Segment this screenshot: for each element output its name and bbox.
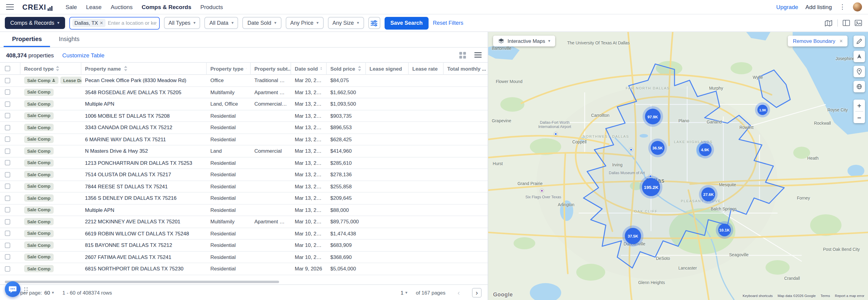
crexi-logo[interactable]: CREXI <box>22 3 52 11</box>
table-row[interactable]: Sale Comp6 MARINE WAY DALLAS TX 75211Res… <box>0 134 488 145</box>
map-cluster-37-5k[interactable]: 37.5K <box>625 228 641 244</box>
add-listing-link[interactable]: Add listing <box>805 4 832 10</box>
next-page-button[interactable]: › <box>472 288 482 297</box>
gallery-view-icon[interactable] <box>855 20 862 26</box>
filter-date-sold[interactable]: Date Sold▾ <box>243 17 281 29</box>
table-row[interactable]: Sale Comp1213 PONCHARTRAIN DR DALLAS TX … <box>0 157 488 169</box>
row-checkbox[interactable] <box>5 266 10 272</box>
table-row[interactable]: Sale CompN Masters Drive & Hwy 352LandCo… <box>0 145 488 157</box>
map-cluster-1-9k[interactable]: 1.9K <box>758 105 768 115</box>
location-chip[interactable]: Dallas, TX × <box>72 19 105 27</box>
map[interactable]: Far North DallasNorthwest DallasLake Hig… <box>488 32 868 300</box>
row-checkbox[interactable] <box>5 113 10 118</box>
column-header-lease-rate[interactable]: Lease rate <box>409 63 444 74</box>
row-checkbox[interactable] <box>5 219 10 224</box>
table-row[interactable]: Sale Comp2607 FATIMA AVE DALLAS TX 75241… <box>0 251 488 263</box>
list-view-icon[interactable] <box>474 52 482 58</box>
page-select[interactable]: 1▾ <box>401 290 407 296</box>
table-row[interactable]: Sale Comp3548 ROSEDALE AVE DALLAS TX 752… <box>0 87 488 99</box>
map-view-icon[interactable] <box>825 20 832 26</box>
user-avatar[interactable] <box>853 2 862 11</box>
search-input[interactable] <box>108 20 156 26</box>
map-marker[interactable] <box>554 132 557 135</box>
filter-all-types[interactable]: All Types▾ <box>164 17 200 29</box>
menu-icon[interactable] <box>6 4 14 10</box>
reset-filters-link[interactable]: Reset Filters <box>433 20 463 26</box>
chat-button[interactable] <box>5 281 21 297</box>
table-row[interactable]: Sale Comp815 BAYONNE ST DALLAS TX 75212R… <box>0 240 488 251</box>
nav-item-auctions[interactable]: Auctions <box>111 4 133 10</box>
row-checkbox[interactable] <box>5 90 10 95</box>
table-row[interactable]: Sale CompLease DataPecan Creek Office Pa… <box>0 75 488 87</box>
save-search-button[interactable]: Save Search <box>384 17 429 29</box>
column-header-property-name[interactable]: Property name <box>82 63 207 74</box>
drop-pin-button[interactable] <box>854 66 865 77</box>
table-row[interactable]: Sale Comp7844 REESE ST DALLAS TX 75241Re… <box>0 181 488 193</box>
map-marker[interactable] <box>649 175 652 178</box>
map-cluster-27-6k[interactable]: 27.6K <box>702 187 715 201</box>
upgrade-link[interactable]: Upgrade <box>776 4 798 10</box>
row-checkbox[interactable] <box>5 78 10 83</box>
attribution-report-a-map-error[interactable]: Report a map error <box>835 294 864 298</box>
row-checkbox[interactable] <box>5 102 10 107</box>
horizontal-scrollbar[interactable] <box>0 279 488 284</box>
table-row[interactable]: Sale Comp6619 ROBIN WILLOW CT DALLAS TX … <box>0 228 488 240</box>
nav-item-comps-records[interactable]: Comps & Records <box>142 4 191 10</box>
row-checkbox[interactable] <box>5 148 10 154</box>
map-cluster-4-9k[interactable]: 4.9K <box>699 144 711 156</box>
row-checkbox[interactable] <box>5 243 10 248</box>
table-row[interactable]: Sale Comp1356 S DENLEY DR DALLAS TX 7521… <box>0 193 488 204</box>
attribution-keyboard-shortcuts[interactable]: Keyboard shortcuts <box>743 294 773 298</box>
attribution-terms[interactable]: Terms <box>820 294 830 298</box>
remove-boundary-button[interactable]: Remove Boundary × <box>788 36 847 47</box>
nav-item-sale[interactable]: Sale <box>65 4 77 10</box>
drag-handle-icon[interactable] <box>24 287 28 294</box>
column-header-property-subt[interactable]: Property subt... <box>251 63 291 74</box>
streetview-button[interactable] <box>854 81 865 92</box>
locate-button[interactable] <box>854 51 865 62</box>
comps-records-dropdown[interactable]: Comps & Records ▾ <box>5 17 65 29</box>
interactive-maps-control[interactable]: Interactive Maps ▾ <box>493 36 555 47</box>
map-cluster-97-9k[interactable]: 97.9K <box>645 109 661 125</box>
map-marker[interactable] <box>541 190 544 193</box>
grid-view-icon[interactable] <box>459 52 466 58</box>
row-checkbox[interactable] <box>5 207 10 213</box>
tab-properties[interactable]: Properties <box>4 32 50 47</box>
rows-per-page-select[interactable]: 60▾ <box>44 290 54 296</box>
location-search[interactable]: Dallas, TX × <box>69 17 159 29</box>
row-checkbox[interactable] <box>5 231 10 236</box>
table-row[interactable]: Sale Comp2212 MCKINNEY AVE DALLAS TX 752… <box>0 216 488 228</box>
row-checkbox[interactable] <box>5 125 10 130</box>
row-checkbox[interactable] <box>5 254 10 260</box>
table-row[interactable]: Sale CompMultiple APNResidentialMar 13, … <box>0 204 488 216</box>
zoom-in-button[interactable]: + <box>854 100 865 111</box>
column-header-date-sold[interactable]: Date sold <box>291 63 327 74</box>
table-row[interactable]: Sale Comp1006 MOBILE ST DALLAS TX 75208R… <box>0 110 488 122</box>
map-marker[interactable] <box>629 148 632 152</box>
map-cluster-10-1k[interactable]: 10.1K <box>718 223 731 236</box>
column-header-sold-price[interactable]: Sold price <box>327 63 366 74</box>
prev-page-button[interactable]: ‹ <box>454 288 464 297</box>
table-row[interactable]: Sale Comp6815 NORTHPORT DR DALLAS TX 752… <box>0 263 488 275</box>
table-row[interactable]: Sale Comp3343 CANADA DR DALLAS TX 75212R… <box>0 122 488 134</box>
filter-any-size[interactable]: Any Size▾ <box>328 17 364 29</box>
close-icon[interactable]: × <box>839 38 843 44</box>
column-header-total-monthly[interactable]: Total monthly ... <box>444 63 488 74</box>
filter-any-price[interactable]: Any Price▾ <box>285 17 323 29</box>
scrollbar-thumb[interactable] <box>5 281 279 283</box>
column-header-record-type[interactable]: Record type <box>21 63 82 74</box>
customize-table-link[interactable]: Customize Table <box>62 52 104 58</box>
table-row[interactable]: Sale CompMultiple APNLand, OfficeCommerc… <box>0 99 488 110</box>
row-checkbox[interactable] <box>5 196 10 201</box>
nav-item-lease[interactable]: Lease <box>86 4 101 10</box>
row-checkbox[interactable] <box>5 160 10 166</box>
map-cluster-195-2k[interactable]: 195.2K <box>642 178 660 196</box>
row-checkbox[interactable] <box>5 137 10 142</box>
column-header-property-type[interactable]: Property type <box>207 63 251 74</box>
chip-close-icon[interactable]: × <box>100 20 103 26</box>
nav-item-products[interactable]: Products <box>200 4 223 10</box>
table-row[interactable]: Sale Comp7514 OLUSTA DR DALLAS TX 75217R… <box>0 169 488 181</box>
advanced-filters-button[interactable] <box>368 17 380 29</box>
draw-boundary-button[interactable] <box>854 36 865 47</box>
filter-all-data[interactable]: All Data▾ <box>205 17 239 29</box>
